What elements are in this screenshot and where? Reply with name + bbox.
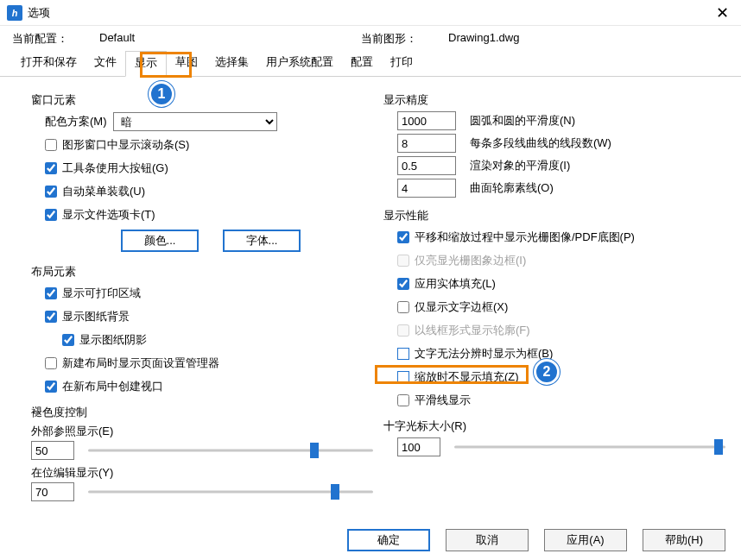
xref-fade-slider[interactable] <box>88 441 373 460</box>
chk-scrollbars-label: 图形窗口中显示滚动条(S) <box>62 137 189 153</box>
chk-page-setup-mgr[interactable] <box>45 357 57 369</box>
color-scheme-label: 配色方案(M) <box>45 114 107 129</box>
chk-text-frame-only-label: 仅显示文字边框(X) <box>415 299 508 315</box>
group-display-performance: 显示性能 <box>383 208 725 223</box>
group-layout-elements: 布局元素 <box>31 264 373 280</box>
badge-two: 2 <box>534 359 560 385</box>
chk-solid-fill-label: 应用实体填充(L) <box>415 276 496 292</box>
chk-paper-shadow[interactable] <box>62 334 74 346</box>
xref-fade-input[interactable] <box>31 441 74 460</box>
config-label: 当前配置： <box>12 31 68 47</box>
dialog-footer: 确定 取消 应用(A) 帮助(H) <box>347 529 725 551</box>
surf-contour-input[interactable] <box>397 179 456 198</box>
arc-smooth-input[interactable] <box>397 111 456 130</box>
config-info-row: 当前配置： Default 当前图形： Drawing1.dwg <box>0 26 741 50</box>
apply-button[interactable]: 应用(A) <box>544 529 627 551</box>
color-button[interactable]: 颜色... <box>121 230 199 252</box>
render-smooth-input[interactable] <box>397 156 456 175</box>
chk-scrollbars[interactable] <box>45 139 57 151</box>
chk-highlight-raster-frame-label: 仅亮显光栅图象边框(I) <box>415 253 526 268</box>
chk-paper-shadow-label: 显示图纸阴影 <box>79 332 147 348</box>
chk-paper-bg-label: 显示图纸背景 <box>62 309 130 324</box>
group-display-precision: 显示精度 <box>383 92 725 108</box>
tab-file[interactable]: 文件 <box>86 51 125 77</box>
close-icon[interactable]: ✕ <box>711 3 734 22</box>
cursor-size-slider[interactable] <box>454 437 725 456</box>
render-smooth-label: 渲染对象的平滑度(I) <box>470 158 570 173</box>
inplace-fade-input[interactable] <box>31 482 74 501</box>
window-title: 选项 <box>28 5 50 21</box>
color-scheme-select[interactable]: 暗 <box>113 112 277 131</box>
chk-pan-zoom-raster-label: 平移和缩放过程中显示光栅图像/PDF底图(P) <box>415 230 635 245</box>
group-fade-control: 褪色度控制 <box>31 405 373 420</box>
group-window-elements: 窗口元素 <box>31 92 373 108</box>
cursor-size-input[interactable] <box>397 437 440 456</box>
drawing-value: Drawing1.dwg <box>448 31 519 47</box>
titlebar: h 选项 ✕ <box>0 0 741 26</box>
inplace-fade-slider[interactable] <box>88 482 373 501</box>
right-column: 显示精度 圆弧和圆的平滑度(N) 每条多段线曲线的线段数(W) 渲染对象的平滑度… <box>383 87 725 507</box>
chk-pan-zoom-raster[interactable] <box>397 231 409 243</box>
chk-no-fill-on-zoom-label: 缩放时不显示填充(Z) <box>415 369 519 385</box>
chk-smooth-line[interactable] <box>397 394 409 406</box>
chk-highlight-raster-frame <box>397 255 409 267</box>
chk-printable-area-label: 显示可打印区域 <box>62 286 141 301</box>
drawing-label: 当前图形： <box>361 31 417 47</box>
chk-printable-area[interactable] <box>45 287 57 299</box>
ok-button[interactable]: 确定 <box>347 529 430 551</box>
chk-big-buttons-label: 工具条使用大按钮(G) <box>62 160 168 176</box>
chk-file-tabs[interactable] <box>45 209 57 221</box>
chk-text-as-box-label: 文字无法分辨时显示为框(B) <box>415 346 553 362</box>
chk-smooth-line-label: 平滑线显示 <box>415 393 471 408</box>
chk-wireframe-silhouette <box>397 324 409 337</box>
group-cursor-size: 十字光标大小(R) <box>383 418 725 434</box>
tab-open-save[interactable]: 打开和保存 <box>12 51 86 77</box>
tab-sketch[interactable]: 草图 <box>167 51 206 77</box>
surf-contour-label: 曲面轮廓素线(O) <box>470 180 554 196</box>
badge-one: 1 <box>149 81 174 107</box>
tab-config[interactable]: 配置 <box>342 51 382 77</box>
chk-solid-fill[interactable] <box>397 278 409 290</box>
cancel-button[interactable]: 取消 <box>446 529 529 551</box>
app-icon: h <box>7 5 22 21</box>
arc-smooth-label: 圆弧和圆的平滑度(N) <box>470 113 575 129</box>
tab-bar: 打开和保存 文件 显示 草图 选择集 用户系统配置 配置 打印 <box>0 50 741 77</box>
pline-seg-label: 每条多段线曲线的线段数(W) <box>470 135 611 151</box>
chk-page-setup-mgr-label: 新建布局时显示页面设置管理器 <box>62 356 219 371</box>
config-value: Default <box>99 31 135 47</box>
font-button[interactable]: 字体... <box>223 230 301 252</box>
tab-display[interactable]: 显示 <box>125 51 167 77</box>
xref-fade-label: 外部参照显示(E) <box>31 424 373 439</box>
inplace-fade-label: 在位编辑显示(Y) <box>31 465 373 481</box>
tab-print[interactable]: 打印 <box>382 51 421 77</box>
chk-text-frame-only[interactable] <box>397 301 409 313</box>
dialog-body: 窗口元素 配色方案(M) 暗 图形窗口中显示滚动条(S) 工具条使用大按钮(G)… <box>0 77 741 513</box>
help-button[interactable]: 帮助(H) <box>643 529 725 551</box>
chk-create-viewport-label: 在新布局中创建视口 <box>62 379 163 394</box>
chk-auto-menu-label: 自动菜单装载(U) <box>62 184 145 199</box>
chk-big-buttons[interactable] <box>45 162 57 174</box>
tab-selection[interactable]: 选择集 <box>206 51 257 77</box>
chk-auto-menu[interactable] <box>45 186 57 198</box>
chk-create-viewport[interactable] <box>45 381 57 393</box>
tab-user-pref[interactable]: 用户系统配置 <box>257 51 342 77</box>
chk-text-as-box[interactable] <box>397 348 409 360</box>
chk-wireframe-silhouette-label: 以线框形式显示轮廓(F) <box>415 323 530 338</box>
pline-seg-input[interactable] <box>397 134 456 153</box>
chk-no-fill-on-zoom[interactable] <box>397 371 409 383</box>
left-column: 窗口元素 配色方案(M) 暗 图形窗口中显示滚动条(S) 工具条使用大按钮(G)… <box>31 87 373 507</box>
chk-paper-bg[interactable] <box>45 311 57 323</box>
chk-file-tabs-label: 显示文件选项卡(T) <box>62 207 155 223</box>
